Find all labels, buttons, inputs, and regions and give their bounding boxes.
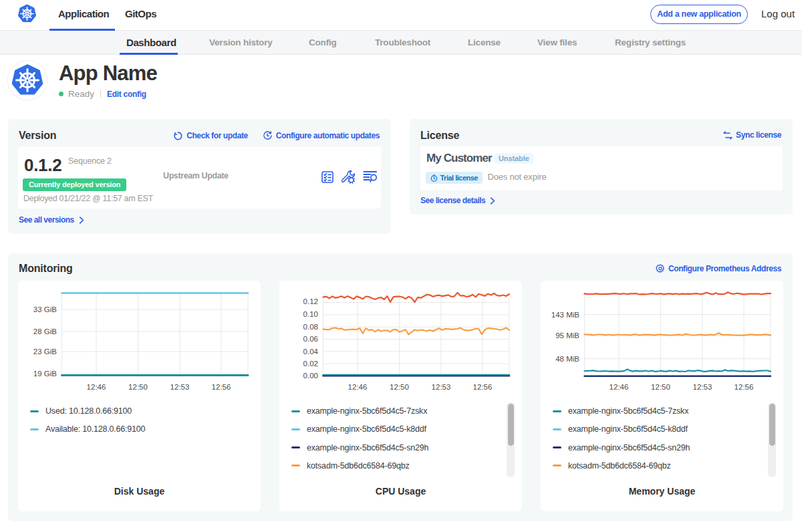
svg-text:0.12: 0.12 [303, 297, 318, 305]
svg-text:12:53: 12:53 [170, 383, 190, 391]
svg-text:12:50: 12:50 [390, 383, 409, 391]
svg-text:12:53: 12:53 [693, 383, 712, 391]
svg-text:143 MiB: 143 MiB [551, 311, 580, 319]
svg-text:12:50: 12:50 [651, 383, 670, 391]
svg-text:0.06: 0.06 [303, 335, 318, 343]
svg-text:19 GiB: 19 GiB [33, 370, 57, 378]
svg-text:0.10: 0.10 [303, 310, 318, 318]
svg-text:0.00: 0.00 [303, 372, 318, 380]
svg-text:12:56: 12:56 [734, 383, 754, 391]
svg-text:33 GiB: 33 GiB [33, 305, 57, 313]
svg-text:23 GiB: 23 GiB [33, 348, 57, 356]
svg-text:28 GiB: 28 GiB [33, 327, 57, 336]
svg-text:0.02: 0.02 [303, 360, 318, 368]
svg-text:12:56: 12:56 [473, 383, 493, 391]
svg-text:0.04: 0.04 [303, 348, 319, 356]
svg-text:12:50: 12:50 [128, 383, 148, 391]
svg-text:0.08: 0.08 [303, 323, 318, 331]
svg-text:12:46: 12:46 [348, 383, 368, 391]
svg-text:12:46: 12:46 [610, 383, 629, 391]
svg-text:12:46: 12:46 [87, 383, 106, 391]
svg-text:48 MiB: 48 MiB [555, 355, 579, 363]
svg-text:95 MiB: 95 MiB [555, 331, 579, 340]
svg-text:12:53: 12:53 [432, 383, 451, 391]
svg-text:12:56: 12:56 [212, 383, 231, 391]
